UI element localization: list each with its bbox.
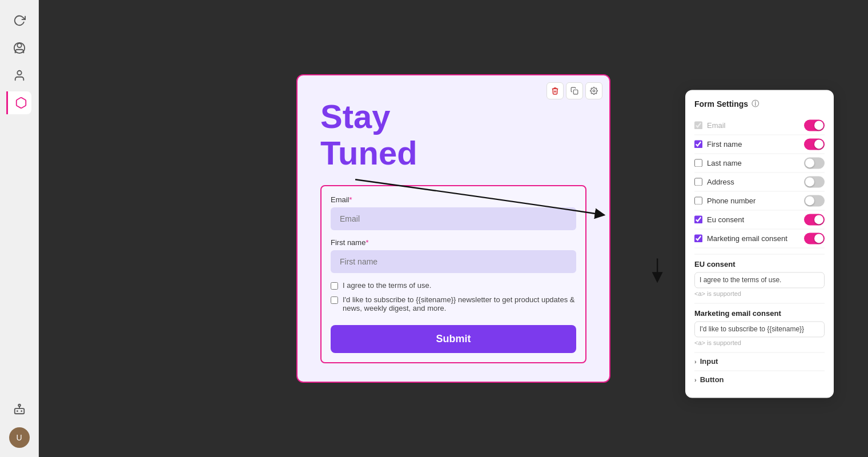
eu-consent-field-label: Eu consent	[707, 215, 799, 224]
form-title: Stay Tuned	[320, 98, 586, 171]
eu-consent-checkbox-row: I agree to the terms of use.	[331, 281, 576, 290]
settings-row-email: Email	[694, 116, 825, 135]
input-collapse-row[interactable]: › Input	[694, 352, 825, 370]
submit-button[interactable]: Submit	[331, 325, 576, 353]
svg-rect-8	[573, 90, 578, 94]
svg-point-0	[17, 43, 21, 47]
phone-field-label: Phone number	[707, 197, 799, 205]
phone-field-toggle[interactable]	[804, 195, 825, 206]
settings-title: Form Settings	[694, 99, 748, 109]
email-field-group: Email*	[331, 195, 576, 230]
form-preview: Stay Tuned Email*	[296, 74, 610, 383]
input-collapse-label: Input	[700, 357, 718, 366]
firstname-input[interactable]	[331, 250, 576, 273]
button-chevron-icon: ›	[694, 376, 697, 383]
settings-row-firstname[interactable]: First name	[694, 135, 825, 154]
sidebar-icon-user-circle[interactable]	[8, 37, 31, 59]
firstname-field-checkbox[interactable]	[694, 140, 702, 148]
settings-row-lastname[interactable]: Last name	[694, 154, 825, 173]
marketing-consent-text-section: Marketing email consent <a> is supported	[694, 303, 825, 346]
settings-row-eu-consent[interactable]: Eu consent	[694, 210, 825, 229]
svg-point-2	[17, 71, 21, 75]
marketing-consent-section-title: Marketing email consent	[694, 309, 825, 318]
avatar[interactable]: U	[9, 427, 30, 448]
lastname-field-checkbox[interactable]	[694, 159, 702, 167]
email-field-label: Email	[707, 121, 799, 130]
form-fields-container: Email* First name* I agree to the terms …	[320, 185, 586, 363]
email-field-toggle	[804, 119, 825, 131]
eu-consent-field-checkbox[interactable]	[694, 215, 702, 223]
duplicate-button[interactable]	[566, 82, 583, 99]
marketing-field-label: Marketing email consent	[707, 234, 799, 243]
firstname-label: First name*	[331, 238, 576, 247]
marketing-consent-text-input[interactable]	[694, 321, 825, 337]
svg-rect-3	[14, 408, 24, 414]
sidebar-icon-bot[interactable]	[8, 398, 31, 420]
firstname-field-label: First name	[707, 140, 799, 149]
settings-button[interactable]	[585, 82, 602, 99]
firstname-field-group: First name*	[331, 238, 576, 273]
settings-row-address[interactable]: Address	[694, 173, 825, 191]
settings-row-marketing[interactable]: Marketing email consent	[694, 229, 825, 248]
marketing-consent-checkbox[interactable]	[331, 296, 338, 304]
eu-consent-text-input[interactable]	[694, 272, 825, 288]
button-collapse-label: Button	[700, 375, 724, 384]
settings-panel: Form Settings ⓘ Email First name Last na…	[685, 90, 834, 398]
settings-panel-header: Form Settings ⓘ	[694, 99, 825, 109]
marketing-consent-label: I'd like to subscribe to {{sitename}} ne…	[343, 295, 576, 312]
svg-point-9	[593, 90, 595, 92]
email-input[interactable]	[331, 207, 576, 230]
email-field-checkbox	[694, 121, 702, 129]
info-icon: ⓘ	[752, 99, 759, 109]
eu-consent-hint: <a> is supported	[694, 290, 825, 297]
eu-consent-text-section: EU consent <a> is supported	[694, 254, 825, 297]
email-label: Email*	[331, 195, 576, 204]
eu-consent-section-title: EU consent	[694, 260, 825, 268]
lastname-field-toggle[interactable]	[804, 157, 825, 169]
marketing-consent-checkbox-row: I'd like to subscribe to {{sitename}} ne…	[331, 295, 576, 312]
sidebar-icon-refresh[interactable]	[8, 9, 31, 32]
phone-field-checkbox[interactable]	[694, 197, 702, 205]
lastname-field-label: Last name	[707, 159, 799, 167]
delete-button[interactable]	[546, 82, 564, 99]
address-field-toggle[interactable]	[804, 176, 825, 187]
eu-consent-label: I agree to the terms of use.	[343, 281, 431, 290]
address-field-label: Address	[707, 178, 799, 186]
marketing-field-toggle[interactable]	[804, 232, 825, 244]
firstname-field-toggle[interactable]	[804, 138, 825, 150]
sidebar: U	[0, 0, 39, 457]
button-collapse-row[interactable]: › Button	[694, 370, 825, 388]
marketing-consent-hint: <a> is supported	[694, 339, 825, 346]
eu-consent-checkbox[interactable]	[331, 282, 338, 290]
eu-consent-field-toggle[interactable]	[804, 214, 825, 225]
form-toolbar	[546, 82, 602, 99]
settings-row-phone[interactable]: Phone number	[694, 191, 825, 210]
sidebar-bottom: U	[8, 398, 31, 448]
main-content: Stay Tuned Email*	[39, 0, 868, 457]
address-field-checkbox[interactable]	[694, 178, 702, 186]
input-chevron-icon: ›	[694, 358, 697, 365]
marketing-field-checkbox[interactable]	[694, 234, 702, 242]
sidebar-icon-person[interactable]	[8, 64, 31, 87]
sidebar-icon-cube[interactable]	[6, 91, 31, 114]
